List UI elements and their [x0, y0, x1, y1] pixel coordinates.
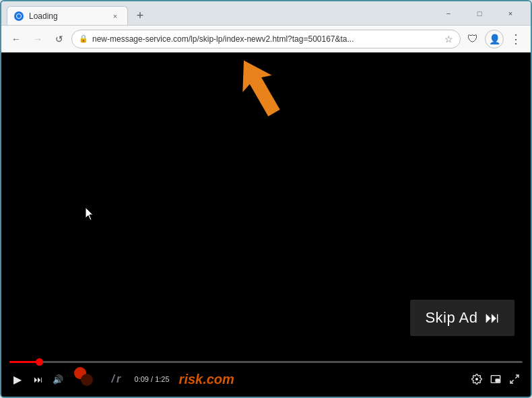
tab-area: Loading × +	[7, 1, 428, 25]
nav-bar: ← → ↺ 🔒 new-message-service.com/lp/skip-…	[1, 26, 531, 53]
skip-ad-button[interactable]: Skip Ad ⏭	[410, 300, 514, 336]
annotation-arrow	[234, 56, 288, 119]
new-tab-button[interactable]: +	[131, 6, 149, 25]
settings-button[interactable]	[469, 371, 485, 387]
progress-bar-fill	[9, 361, 40, 363]
tab-favicon	[14, 11, 24, 21]
skip-ad-icon: ⏭	[485, 309, 500, 327]
progress-bar-container[interactable]	[9, 361, 523, 363]
address-bar[interactable]: 🔒 new-message-service.com/lp/skip-lp/ind…	[71, 30, 461, 48]
watermark-prefix: /r	[106, 373, 128, 385]
svg-line-5	[510, 380, 514, 383]
back-button[interactable]: ←	[7, 30, 26, 48]
browser-window: Loading × + − □ × ← → ↺ 🔒 new-message-se…	[0, 0, 532, 398]
active-tab[interactable]: Loading ×	[7, 6, 128, 25]
refresh-button[interactable]: ↺	[50, 30, 69, 48]
miniplayer-button[interactable]	[488, 371, 504, 387]
skip-ad-label: Skip Ad	[425, 309, 477, 327]
channel-name-area: /r	[106, 373, 128, 385]
video-controls-bar: ▶ ⏭ 🔊 /r	[1, 343, 531, 397]
time-display: 0:09 / 1:25	[135, 375, 170, 383]
bookmark-star-icon[interactable]: ☆	[444, 34, 453, 44]
maximize-button[interactable]: □	[465, 4, 494, 23]
fullscreen-button[interactable]	[506, 371, 523, 387]
favicon-globe	[16, 13, 22, 19]
content-area: Skip Ad ⏭ ▶ ⏭ 🔊	[1, 53, 531, 397]
shield-icon[interactable]: 🛡	[463, 30, 482, 48]
svg-line-4	[515, 375, 519, 378]
watermark-risk: risk.com	[179, 372, 234, 387]
tab-close-button[interactable]: ×	[110, 11, 121, 22]
profile-button[interactable]: 👤	[485, 30, 504, 48]
address-text: new-message-service.com/lp/skip-lp/index…	[92, 34, 440, 44]
channel-logo	[74, 367, 98, 391]
tab-title: Loading	[29, 11, 104, 21]
controls-row: ▶ ⏭ 🔊 /r	[9, 367, 523, 391]
window-controls: − □ ×	[434, 4, 525, 23]
next-button[interactable]: ⏭	[30, 371, 46, 387]
progress-thumb	[36, 358, 43, 366]
logo-circles	[74, 367, 98, 391]
risk-com-text: risk.com	[179, 372, 234, 387]
close-button[interactable]: ×	[496, 4, 525, 23]
svg-marker-0	[234, 56, 288, 117]
svg-marker-1	[86, 207, 93, 220]
menu-button[interactable]: ⋮	[506, 30, 525, 48]
svg-rect-3	[496, 379, 499, 382]
minimize-button[interactable]: −	[434, 4, 463, 23]
logo-circle-dark	[81, 374, 93, 386]
forward-button[interactable]: →	[28, 30, 47, 48]
mouse-cursor	[86, 207, 94, 220]
lock-icon: 🔒	[79, 34, 88, 43]
title-bar: Loading × + − □ ×	[1, 1, 531, 26]
right-controls	[469, 371, 523, 387]
volume-button[interactable]: 🔊	[50, 371, 66, 387]
play-button[interactable]: ▶	[9, 371, 26, 387]
